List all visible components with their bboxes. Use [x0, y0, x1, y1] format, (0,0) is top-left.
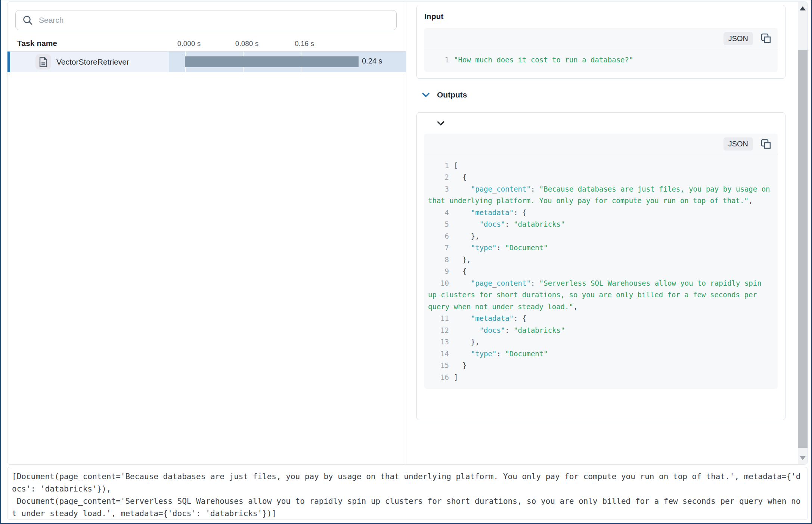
outputs-card: JSON 1[2 {3 "page_content": [416, 112, 785, 420]
input-code-header: JSON [424, 28, 778, 49]
copy-button[interactable] [760, 139, 772, 150]
span-row-main: VectorStoreRetriever [10, 52, 169, 72]
outputs-title: Outputs [437, 90, 467, 99]
chevron-down-icon [437, 121, 778, 126]
task-name-column-header: Task name [17, 39, 57, 48]
scroll-up-arrow-icon[interactable] [798, 3, 808, 13]
trace-top-section: Task name 0.000 s 0.080 s 0.16 s V [7, 1, 808, 465]
input-card: Input JSON [416, 5, 785, 79]
span-name: VectorStoreRetriever [56, 58, 129, 66]
json-format-button[interactable]: JSON [723, 137, 753, 151]
time-tick-0: 0.000 s [177, 40, 201, 48]
duration-bar[interactable] [185, 56, 359, 67]
search-input[interactable] [15, 10, 397, 30]
chevron-down-icon [422, 92, 430, 97]
span-row-vectorstoreretriever[interactable]: VectorStoreRetriever 0.24 s [7, 52, 406, 72]
task-table-header: Task name 0.000 s 0.080 s 0.16 s [7, 37, 406, 52]
json-format-button[interactable]: JSON [723, 32, 753, 45]
raw-output-text: [Document(page_content='Because database… [12, 471, 802, 520]
copy-icon [760, 33, 772, 44]
input-title: Input [424, 12, 778, 21]
raw-output-panel: [Document(page_content='Because database… [7, 467, 808, 520]
outputs-section-header[interactable]: Outputs [422, 90, 785, 99]
duration-label: 0.24 s [362, 57, 382, 65]
time-tick-1: 0.080 s [235, 40, 258, 48]
document-icon [35, 54, 51, 69]
trace-viewer: Task name 0.000 s 0.080 s 0.16 s V [0, 0, 812, 524]
copy-icon [760, 139, 772, 150]
outputs-collapse-toggle[interactable] [424, 120, 778, 127]
scrollbar-thumb[interactable] [798, 50, 808, 448]
time-tick-2: 0.16 s [295, 40, 314, 48]
detail-scroll-area: Input JSON [406, 2, 798, 464]
outputs-code-block: JSON 1[2 {3 "page_content": [424, 134, 778, 389]
copy-button[interactable] [760, 33, 772, 44]
span-timeline: 0.24 s [169, 52, 406, 72]
input-code-body: 1"How much does it cost to run a databas… [424, 49, 778, 72]
outputs-code-header: JSON [424, 134, 778, 155]
scroll-down-arrow-icon[interactable] [798, 453, 808, 463]
vertical-scrollbar[interactable] [798, 2, 808, 464]
span-detail-pane: Input JSON [406, 2, 808, 464]
search-icon [23, 15, 33, 25]
outputs-code-body: 1[2 {3 "page_content": "Because database… [424, 155, 778, 389]
search-box [15, 10, 399, 30]
span-tree-panel: Task name 0.000 s 0.080 s 0.16 s V [7, 2, 406, 464]
input-code-block: JSON 1"How much does it cost to [424, 28, 778, 72]
